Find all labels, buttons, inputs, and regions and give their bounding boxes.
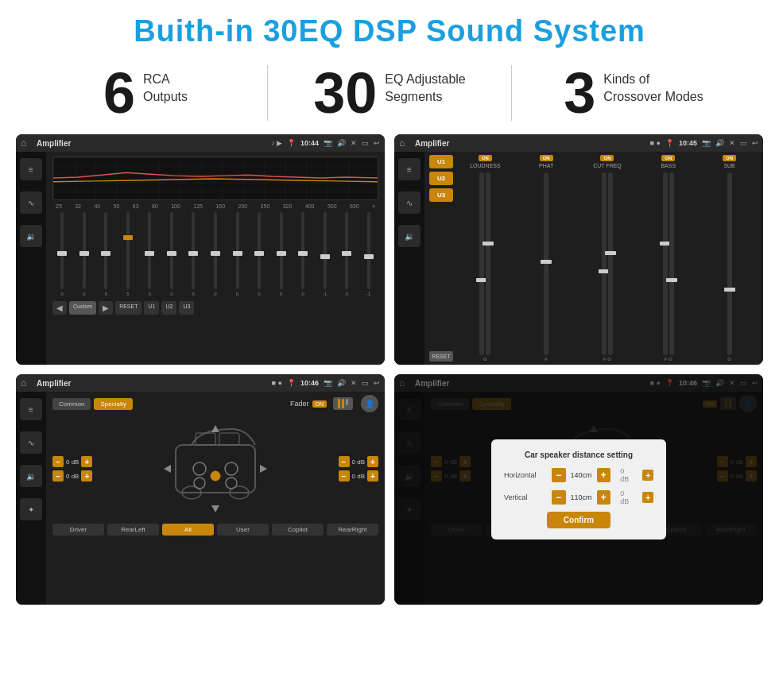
loudness-slider-2[interactable] (486, 172, 490, 355)
vol4-plus[interactable]: + (367, 470, 378, 481)
user-btn[interactable]: User (217, 524, 269, 536)
music-icon-3: ■ ● (272, 379, 282, 387)
crossover-controls: ON LOUDNESS G ON PHAT F (456, 155, 758, 362)
slider-6[interactable]: 0 (184, 212, 203, 296)
svg-point-8 (194, 478, 205, 489)
slider-8[interactable]: 0 (227, 212, 247, 296)
all-btn[interactable]: All (162, 524, 214, 536)
stat-text-rca: RCAOutputs (143, 64, 188, 106)
dialog-horizontal-minus[interactable]: − (552, 468, 566, 482)
cutfreq-ctrl: ON CUT FREQ F G (579, 155, 637, 362)
sub-on[interactable]: ON (723, 155, 736, 161)
cutfreq-slider-g[interactable] (608, 172, 613, 355)
sidebar-wave-btn-2[interactable]: ∿ (398, 191, 421, 214)
dialog-vertical-minus[interactable]: − (552, 490, 566, 505)
sidebar-eq-btn[interactable]: ≡ (20, 158, 42, 180)
copilot-btn[interactable]: Copilot (272, 524, 324, 536)
stat-text-eq: EQ AdjustableSegments (385, 64, 465, 106)
vol2-plus[interactable]: + (81, 470, 92, 481)
confirm-button[interactable]: Confirm (547, 512, 610, 528)
svg-marker-12 (211, 505, 219, 512)
stat-number-eq: 30 (313, 64, 377, 122)
freq-630: 630 (350, 203, 359, 209)
slider-13[interactable]: 0 (337, 212, 357, 296)
sidebar-cross-btn-3[interactable]: ✦ (20, 498, 42, 520)
loudness-on[interactable]: ON (479, 155, 492, 161)
sidebar-wave-btn-3[interactable]: ∿ (20, 431, 42, 454)
u1-button[interactable]: U1 (429, 155, 453, 168)
slider-3[interactable]: 5 (118, 212, 138, 296)
sidebar-eq-btn-2[interactable]: ≡ (398, 158, 421, 180)
phat-slider[interactable] (544, 172, 548, 355)
slider-2[interactable]: 0 (96, 212, 116, 296)
eq-u2-btn[interactable]: U2 (161, 301, 176, 315)
cam-icon: 📷 (324, 139, 332, 147)
fader-on-badge[interactable]: ON (312, 400, 327, 408)
slider-14[interactable]: -1 (358, 212, 378, 296)
eq-screen: ⌂ Amplifier ♪ ▶ 📍 10:44 📷 🔊 ✕ ▭ ↩ ≡ ∿ 🔉 (16, 134, 385, 365)
dialog-horizontal-plus[interactable]: + (597, 468, 611, 482)
bass-ctrl: ON BASS F G (639, 155, 697, 362)
slider-9[interactable]: 0 (250, 212, 269, 296)
cutfreq-on[interactable]: ON (600, 155, 614, 161)
eq-status-bar: ⌂ Amplifier ♪ ▶ 📍 10:44 📷 🔊 ✕ ▭ ↩ (16, 134, 385, 152)
dialog-vertical-plus[interactable]: + (597, 490, 611, 505)
stat-divider-2 (511, 65, 512, 121)
bass-slider-f[interactable] (663, 172, 668, 355)
u2-button[interactable]: U2 (429, 172, 453, 185)
crossover-reset-btn[interactable]: RESET (429, 351, 453, 362)
tab-common[interactable]: Common (52, 398, 91, 410)
cutfreq-slider-f[interactable] (602, 172, 607, 355)
eq-u3-btn[interactable]: U3 (179, 301, 194, 315)
vol1-minus[interactable]: − (52, 456, 64, 467)
sidebar-speaker-btn-3[interactable]: 🔉 (20, 465, 42, 487)
slider-1[interactable]: 0 (75, 212, 95, 296)
fader-time: 10:46 (300, 379, 319, 387)
eq-next-btn[interactable]: ▶ (99, 301, 113, 315)
vol3-minus[interactable]: − (339, 456, 350, 467)
slider-7[interactable]: 0 (206, 212, 226, 296)
eq-reset-btn[interactable]: RESET (115, 301, 141, 315)
sub-slider[interactable] (727, 172, 732, 355)
sidebar-eq-btn-3[interactable]: ≡ (20, 398, 42, 420)
slider-11[interactable]: 0 (293, 212, 313, 296)
sidebar-speaker-btn-2[interactable]: 🔉 (398, 225, 421, 247)
dialog-right-plus-1[interactable]: + (642, 470, 653, 481)
slider-4[interactable]: 0 (140, 212, 160, 296)
eq-custom-btn[interactable]: Custom (69, 301, 96, 315)
window-icon-2: ▭ (740, 139, 747, 147)
phat-val: F (545, 357, 548, 362)
vol1-plus[interactable]: + (81, 456, 92, 467)
bass-slider-g[interactable] (669, 172, 674, 355)
bass-val: F G (665, 357, 672, 362)
phat-on[interactable]: ON (540, 155, 553, 161)
svg-rect-1 (176, 445, 255, 493)
fader-bottom-btns: Driver RearLeft All User Copilot RearRig… (52, 524, 378, 536)
vol-row-3: − 0 dB + (339, 456, 378, 467)
sidebar-speaker-btn[interactable]: 🔉 (20, 225, 42, 247)
bass-on[interactable]: ON (661, 155, 675, 161)
slider-12[interactable]: -1 (315, 212, 335, 296)
car-diagram (99, 417, 331, 520)
driver-btn[interactable]: Driver (52, 524, 104, 536)
slider-0[interactable]: 0 (52, 212, 72, 296)
eq-u1-btn[interactable]: U1 (144, 301, 159, 315)
vol4-minus[interactable]: − (339, 470, 350, 481)
dialog-right-plus-2[interactable]: + (642, 492, 653, 503)
vol3-plus[interactable]: + (367, 456, 378, 467)
vol4-val: 0 dB (352, 473, 365, 480)
eq-prev-btn[interactable]: ◀ (52, 301, 67, 315)
fader-profile-icon[interactable]: 👤 (361, 395, 378, 412)
slider-5[interactable]: 0 (162, 212, 182, 296)
loudness-slider-1[interactable] (479, 172, 484, 355)
fader-main-panel: Common Specialty Fader ON 👤 − (46, 392, 385, 605)
sidebar-wave-btn[interactable]: ∿ (20, 191, 42, 214)
vol2-minus[interactable]: − (52, 470, 64, 481)
rearleft-btn[interactable]: RearLeft (107, 524, 159, 536)
window-icon-3: ▭ (362, 379, 369, 387)
u3-button[interactable]: U3 (429, 188, 453, 202)
tab-specialty[interactable]: Specialty (94, 398, 132, 410)
rearright-btn[interactable]: RearRight (327, 524, 378, 536)
slider-10[interactable]: 0 (271, 212, 291, 296)
fader-label: Fader (290, 400, 309, 408)
